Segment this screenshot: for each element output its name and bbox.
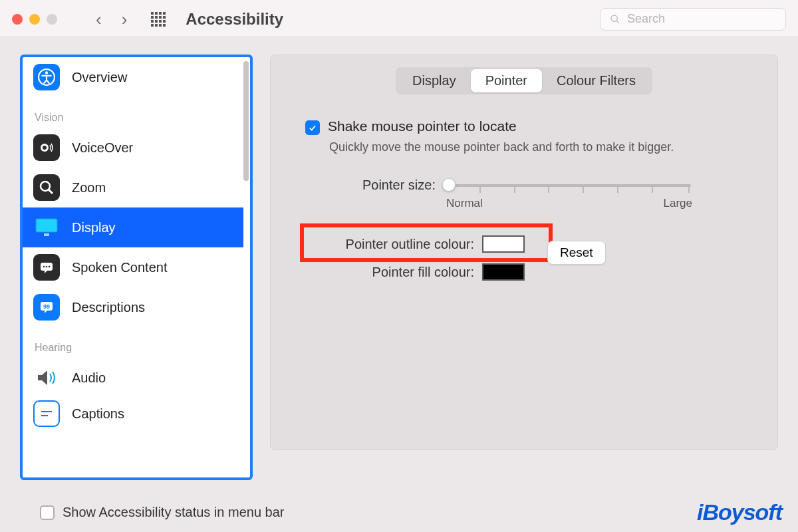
spoken-content-icon	[33, 254, 60, 281]
pointer-size-row: Pointer size:	[329, 178, 759, 193]
svg-point-5	[43, 146, 47, 150]
check-icon	[308, 123, 317, 132]
pointer-size-range-labels: Normal Large	[446, 197, 692, 210]
sidebar-item-zoom[interactable]: Zoom	[23, 168, 243, 207]
search-placeholder: Search	[627, 12, 665, 26]
sidebar-item-audio[interactable]: Audio	[23, 358, 243, 398]
nav-buttons: ‹ ›	[93, 11, 130, 28]
pointer-size-max: Large	[664, 197, 692, 210]
show-all-icon[interactable]	[151, 12, 166, 27]
pointer-size-slider[interactable]	[445, 184, 691, 187]
preferences-body: Overview Vision VoiceOver Zoom Displa	[0, 37, 798, 532]
sidebar-item-label: Zoom	[72, 180, 106, 196]
sidebar-item-overview[interactable]: Overview	[23, 57, 243, 97]
svg-line-1	[616, 21, 619, 23]
window-toolbar: ‹ › Accessibility Search	[0, 0, 798, 37]
svg-line-7	[49, 190, 53, 194]
shake-pointer-label: Shake mouse pointer to locate	[328, 118, 517, 134]
pointer-colour-rows: Pointer outline colour: Pointer fill col…	[289, 230, 759, 286]
sidebar-item-label: Spoken Content	[72, 260, 167, 275]
pointer-size-label: Pointer size:	[329, 178, 436, 193]
tab-colour-filters[interactable]: Colour Filters	[542, 69, 650, 92]
sidebar-item-label: Captions	[72, 406, 124, 422]
pointer-outline-colour-well[interactable]	[482, 235, 525, 253]
sidebar-item-label: VoiceOver	[72, 140, 133, 156]
captions-icon	[33, 400, 60, 427]
accessibility-icon	[33, 64, 60, 90]
tab-bar: Display Pointer Colour Filters	[289, 67, 759, 94]
tab-display[interactable]: Display	[398, 69, 471, 92]
sidebar: Overview Vision VoiceOver Zoom Displa	[20, 55, 253, 480]
shake-pointer-checkbox[interactable]	[305, 120, 320, 135]
close-window-button[interactable]	[12, 14, 23, 25]
svg-point-13	[49, 266, 51, 268]
sidebar-section-vision: Vision	[23, 97, 243, 128]
zoom-icon	[33, 174, 60, 201]
status-menubar-label: Show Accessibility status in menu bar	[63, 505, 285, 520]
search-field[interactable]: Search	[600, 8, 786, 31]
pointer-fill-colour-well[interactable]	[482, 263, 525, 281]
sidebar-item-label: Audio	[72, 370, 106, 386]
descriptions-icon: 99	[33, 294, 60, 321]
pointer-outline-label: Pointer outline colour:	[308, 237, 474, 252]
zoom-window-button[interactable]	[47, 14, 57, 25]
minimize-window-button[interactable]	[29, 14, 40, 25]
forward-button[interactable]: ›	[119, 11, 130, 28]
svg-point-3	[45, 71, 48, 74]
svg-point-12	[46, 266, 48, 268]
pointer-outline-row: Pointer outline colour:	[308, 230, 759, 258]
sidebar-item-label: Descriptions	[72, 300, 145, 315]
svg-point-6	[41, 182, 50, 191]
svg-rect-8	[36, 219, 57, 232]
svg-point-11	[43, 266, 45, 268]
watermark: iBoysoft	[697, 499, 782, 525]
shake-pointer-row: Shake mouse pointer to locate	[305, 118, 759, 135]
audio-icon	[33, 364, 60, 391]
scrollbar-thumb[interactable]	[243, 61, 249, 181]
sidebar-item-label: Display	[72, 220, 116, 235]
window-title: Accessibility	[186, 10, 283, 29]
back-button[interactable]: ‹	[93, 11, 104, 28]
status-menubar-checkbox[interactable]	[40, 505, 55, 520]
search-icon	[610, 14, 620, 25]
sidebar-scrollbar[interactable]	[243, 57, 250, 477]
pointer-fill-row: Pointer fill colour:	[308, 258, 759, 286]
sidebar-item-display[interactable]: Display	[23, 207, 243, 247]
pointer-fill-label: Pointer fill colour:	[308, 265, 474, 280]
sidebar-item-captions[interactable]: Captions	[23, 398, 243, 430]
svg-rect-9	[44, 233, 49, 236]
sidebar-item-voiceover[interactable]: VoiceOver	[23, 128, 243, 168]
slider-knob[interactable]	[442, 178, 456, 192]
footer-row: Show Accessibility status in menu bar	[40, 505, 285, 520]
sidebar-item-spoken-content[interactable]: Spoken Content	[23, 247, 243, 287]
sidebar-section-hearing: Hearing	[23, 327, 243, 358]
svg-point-0	[611, 15, 617, 21]
svg-text:99: 99	[43, 303, 50, 310]
shake-pointer-description: Quickly move the mouse pointer back and …	[329, 139, 702, 155]
sidebar-item-label: Overview	[72, 70, 127, 85]
tab-pointer[interactable]: Pointer	[471, 69, 542, 92]
voiceover-icon	[33, 134, 60, 161]
window-controls	[12, 14, 57, 25]
pointer-size-min: Normal	[446, 197, 483, 210]
reset-button[interactable]: Reset	[547, 241, 606, 265]
settings-panel: Display Pointer Colour Filters Shake mou…	[270, 55, 778, 450]
display-icon	[33, 214, 60, 241]
sidebar-item-descriptions[interactable]: 99 Descriptions	[23, 287, 243, 327]
